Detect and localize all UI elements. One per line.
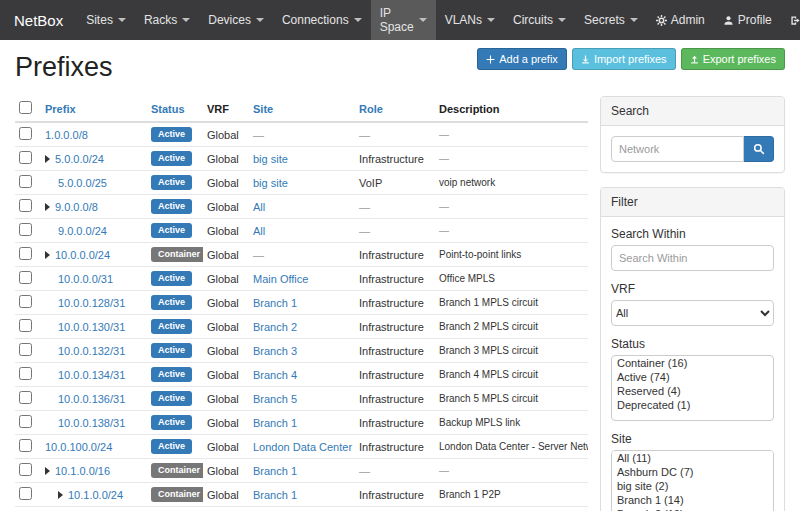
filter-option[interactable]: big site (2) [612, 479, 773, 493]
prefix-link[interactable]: 9.0.0.0/24 [58, 225, 107, 237]
prefix-link[interactable]: 10.0.100.0/24 [45, 441, 112, 453]
filter-option[interactable]: Reserved (4) [612, 384, 773, 398]
row-checkbox[interactable] [19, 463, 32, 476]
nav-item-devices[interactable]: Devices [199, 0, 273, 40]
site-link[interactable]: big site [253, 177, 288, 189]
row-checkbox[interactable] [19, 223, 32, 236]
filter-option[interactable]: All (11) [612, 451, 773, 465]
brand-link[interactable]: NetBox [0, 0, 77, 40]
prefix-link[interactable]: 10.0.0.0/24 [55, 249, 110, 261]
checkbox-cell [15, 411, 41, 435]
prefix-cell: 5.0.0.0/24 [41, 147, 147, 171]
vrf-select[interactable]: All [611, 300, 774, 326]
prefix-link[interactable]: 1.0.0.0/8 [45, 129, 88, 141]
column-header-role[interactable]: Role [355, 96, 435, 122]
row-checkbox[interactable] [19, 247, 32, 260]
expand-toggle-icon[interactable] [45, 467, 50, 475]
search-within-label: Search Within [611, 227, 774, 241]
row-checkbox[interactable] [19, 367, 32, 380]
nav-item-vlans[interactable]: VLANs [436, 0, 504, 40]
checkbox-cell [15, 363, 41, 387]
prefix-link[interactable]: 10.0.0.130/31 [58, 321, 125, 333]
row-checkbox[interactable] [19, 391, 32, 404]
row-checkbox[interactable] [19, 151, 32, 164]
import-prefixes-button[interactable]: Import prefixes [572, 48, 676, 70]
row-checkbox[interactable] [19, 319, 32, 332]
nav-item-admin[interactable]: Admin [647, 0, 714, 40]
site-link[interactable]: All [253, 225, 265, 237]
filter-option[interactable]: Deprecated (1) [612, 398, 773, 412]
column-header-status[interactable]: Status [147, 96, 203, 122]
nav-item-connections[interactable]: Connections [273, 0, 371, 40]
column-header-site[interactable]: Site [249, 96, 355, 122]
site-listbox[interactable]: All (11)Ashburn DC (7)big site (2)Branch… [611, 450, 774, 511]
status-cell: Active [147, 387, 203, 411]
row-checkbox[interactable] [19, 295, 32, 308]
prefix-link[interactable]: 5.0.0.0/24 [55, 153, 104, 165]
row-checkbox[interactable] [19, 271, 32, 284]
filter-option[interactable]: Branch 1 (14) [612, 493, 773, 507]
status-cell: Active [147, 291, 203, 315]
description-cell: Backup MPLS link [435, 411, 588, 435]
checkbox-cell [15, 243, 41, 267]
site-link[interactable]: Branch 1 [253, 465, 297, 477]
filter-option[interactable]: Branch 2 (10) [612, 507, 773, 511]
site-link[interactable]: Branch 5 [253, 393, 297, 405]
filter-option[interactable]: Active (74) [612, 370, 773, 384]
prefix-link[interactable]: 10.1.0.0/16 [55, 465, 110, 477]
site-link[interactable]: London Data Center [253, 441, 352, 453]
prefix-link[interactable]: 10.0.0.132/31 [58, 345, 125, 357]
expand-toggle-icon[interactable] [45, 155, 50, 163]
row-checkbox[interactable] [19, 439, 32, 452]
search-button[interactable] [744, 136, 774, 162]
nav-item-secrets[interactable]: Secrets [575, 0, 647, 40]
prefix-link[interactable]: 10.1.0.0/24 [68, 489, 123, 501]
site-link[interactable]: Branch 4 [253, 369, 297, 381]
row-checkbox[interactable] [19, 343, 32, 356]
expand-toggle-icon[interactable] [45, 203, 50, 211]
site-link[interactable]: Branch 1 [253, 297, 297, 309]
checkbox-cell [15, 219, 41, 243]
site-link[interactable]: Branch 2 [253, 321, 297, 333]
export-icon [690, 55, 699, 64]
prefix-link[interactable]: 5.0.0.0/25 [58, 177, 107, 189]
site-link[interactable]: Main Office [253, 273, 308, 285]
site-link[interactable]: Branch 3 [253, 345, 297, 357]
column-header-prefix[interactable]: Prefix [41, 96, 147, 122]
export-prefixes-button[interactable]: Export prefixes [681, 48, 785, 70]
row-checkbox[interactable] [19, 127, 32, 140]
prefix-link[interactable]: 10.0.0.138/31 [58, 417, 125, 429]
nav-item-profile[interactable]: Profile [714, 0, 781, 40]
row-checkbox[interactable] [19, 199, 32, 212]
prefix-link[interactable]: 9.0.0.0/8 [55, 201, 98, 213]
row-checkbox[interactable] [19, 415, 32, 428]
search-input[interactable] [611, 136, 744, 162]
nav-item-racks[interactable]: Racks [135, 0, 199, 40]
filter-option[interactable]: Ashburn DC (7) [612, 465, 773, 479]
expand-toggle-icon[interactable] [58, 491, 63, 499]
prefix-link[interactable]: 10.0.0.134/31 [58, 369, 125, 381]
prefix-cell: 10.1.0.0/25 [41, 507, 147, 511]
site-empty: — [253, 249, 264, 261]
site-link[interactable]: All [253, 201, 265, 213]
nav-item-sites[interactable]: Sites [77, 0, 135, 40]
expand-toggle-icon[interactable] [45, 251, 50, 259]
filter-option[interactable]: Container (16) [612, 356, 773, 370]
gear-icon [656, 15, 667, 26]
description-cell: Office MPLS [435, 267, 588, 291]
prefix-link[interactable]: 10.0.0.0/31 [58, 273, 113, 285]
row-checkbox[interactable] [19, 487, 32, 500]
prefix-link[interactable]: 10.0.0.136/31 [58, 393, 125, 405]
prefix-link[interactable]: 10.0.0.128/31 [58, 297, 125, 309]
status-listbox[interactable]: Container (16)Active (74)Reserved (4)Dep… [611, 355, 774, 421]
select-all-checkbox[interactable] [19, 101, 32, 114]
nav-item-log-out[interactable]: Log out [781, 0, 800, 40]
nav-item-ip-space[interactable]: IP Space [371, 0, 436, 40]
search-within-input[interactable] [611, 245, 774, 271]
site-link[interactable]: Branch 1 [253, 417, 297, 429]
site-link[interactable]: big site [253, 153, 288, 165]
site-link[interactable]: Branch 1 [253, 489, 297, 501]
add-a-prefix-button[interactable]: Add a prefix [477, 48, 567, 70]
nav-item-circuits[interactable]: Circuits [504, 0, 575, 40]
row-checkbox[interactable] [19, 175, 32, 188]
